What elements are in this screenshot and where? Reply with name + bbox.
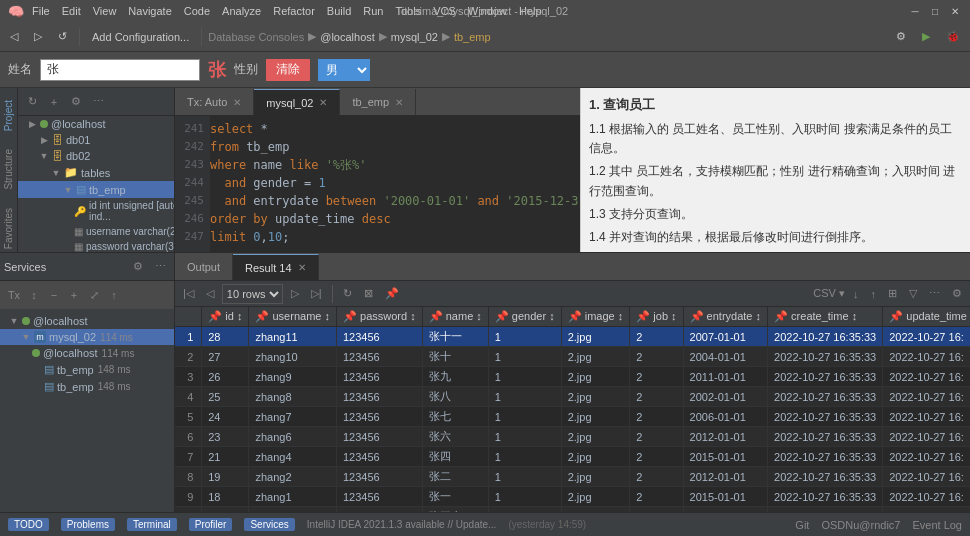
menu-analyze[interactable]: Analyze	[222, 5, 261, 17]
tab-mysql02[interactable]: mysql_02 ✕	[254, 89, 340, 115]
last-page-btn[interactable]: ▷|	[307, 284, 326, 304]
prev-page-btn[interactable]: ◁	[202, 284, 218, 304]
services-btn2[interactable]: ↕	[24, 285, 44, 305]
col-header-name[interactable]: 📌 name ↕	[422, 307, 488, 327]
code-area[interactable]: select * from tb_emp where name like '%张…	[210, 120, 580, 252]
menu-edit[interactable]: Edit	[62, 5, 81, 17]
table-row[interactable]: 9 18 zhang1 123456 张一 1 2.jpg 2 2015-01-…	[175, 487, 970, 507]
services-btn5[interactable]: ⤢	[84, 285, 104, 305]
tab-result14[interactable]: Result 14 ✕	[233, 254, 318, 280]
vtab-structure[interactable]: Structure	[1, 141, 16, 198]
tab-console-close[interactable]: ✕	[233, 97, 241, 108]
next-page-btn[interactable]: ▷	[287, 284, 303, 304]
services-more[interactable]: ⋯	[150, 257, 170, 277]
tree-tables[interactable]: ▼ 📁 tables	[18, 164, 174, 181]
service-tbemp1[interactable]: ▤ tb_emp 148 ms	[0, 361, 174, 378]
col-header-image[interactable]: 📌 image ↕	[561, 307, 630, 327]
col-header-password[interactable]: 📌 password ↕	[336, 307, 422, 327]
col-header-job[interactable]: 📌 job ↕	[630, 307, 683, 327]
col-header-id[interactable]: 📌 id ↕	[202, 307, 249, 327]
sidebar-more[interactable]: ⋯	[88, 92, 108, 112]
service-localhost2[interactable]: @localhost 114 ms	[0, 345, 174, 361]
menu-run[interactable]: Run	[363, 5, 383, 17]
col-username[interactable]: ▦ username varchar(20)	[18, 224, 174, 239]
menu-view[interactable]: View	[93, 5, 117, 17]
menu-refactor[interactable]: Refactor	[273, 5, 315, 17]
table-row[interactable]: 5 24 zhang7 123456 张七 1 2.jpg 2 2006-01-…	[175, 407, 970, 427]
settings-btn[interactable]: ⚙	[948, 284, 966, 304]
name-input[interactable]	[40, 59, 200, 81]
table-row[interactable]: 3 26 zhang9 123456 张九 1 2.jpg 2 2011-01-…	[175, 367, 970, 387]
minimize-button[interactable]: ─	[908, 4, 922, 18]
table-row[interactable]: 6 23 zhang6 123456 张六 1 2.jpg 2 2012-01-…	[175, 427, 970, 447]
maximize-button[interactable]: □	[928, 4, 942, 18]
tree-db01[interactable]: ▶ 🗄 db01	[18, 132, 174, 148]
cancel-btn[interactable]: ⊠	[360, 284, 377, 304]
problems-tag[interactable]: Problems	[61, 518, 115, 531]
services-btn1[interactable]: Tx	[4, 285, 24, 305]
event-log-label[interactable]: Event Log	[912, 519, 962, 531]
tab-console[interactable]: Tx: Auto ✕	[175, 89, 254, 115]
vtab-project[interactable]: Project	[1, 92, 16, 139]
reload-btn[interactable]: ↻	[339, 284, 356, 304]
tab-tbemp-close[interactable]: ✕	[395, 97, 403, 108]
table-row[interactable]: 4 25 zhang8 123456 张八 1 2.jpg 2 2002-01-…	[175, 387, 970, 407]
table-row[interactable]: 1 28 zhang11 123456 张十一 1 2.jpg 2 2007-0…	[175, 327, 970, 347]
settings-button[interactable]: ⚙	[890, 26, 912, 48]
service-mysql02[interactable]: ▼ m mysql_02 114 ms	[0, 329, 174, 345]
clear-button[interactable]: 清除	[266, 59, 310, 81]
service-tbemp2[interactable]: ▤ tb_emp 148 ms	[0, 378, 174, 395]
add-config-button[interactable]: Add Configuration...	[86, 26, 195, 48]
debug-button[interactable]: 🐞	[940, 26, 966, 48]
import-btn[interactable]: ↑	[867, 284, 881, 304]
col-header-createtime[interactable]: 📌 create_time ↕	[768, 307, 883, 327]
services-btn3[interactable]: −	[44, 285, 64, 305]
tab-output[interactable]: Output	[175, 254, 233, 280]
tree-db02[interactable]: ▼ 🗄 db02	[18, 148, 174, 164]
rows-per-page-select[interactable]: 10 rows 25 rows 50 rows	[222, 284, 283, 304]
services-btn6[interactable]: ↑	[104, 285, 124, 305]
filter-btn[interactable]: ▽	[905, 284, 921, 304]
forward-button[interactable]: ▷	[28, 26, 48, 48]
table-row[interactable]: 8 19 zhang2 123456 张二 1 2.jpg 2 2012-01-…	[175, 467, 970, 487]
menu-navigate[interactable]: Navigate	[128, 5, 171, 17]
table-row[interactable]: 2 27 zhang10 123456 张十 1 2.jpg 2 2004-01…	[175, 347, 970, 367]
service-localhost[interactable]: ▼ @localhost	[0, 313, 174, 329]
sidebar-settings[interactable]: ⚙	[66, 92, 86, 112]
tab-tbemp[interactable]: tb_emp ✕	[340, 89, 416, 115]
export-btn[interactable]: ↓	[849, 284, 863, 304]
menu-code[interactable]: Code	[184, 5, 210, 17]
first-page-btn[interactable]: |◁	[179, 284, 198, 304]
table-row[interactable]: 7 21 zhang4 123456 张四 1 2.jpg 2 2015-01-…	[175, 447, 970, 467]
profiler-tag[interactable]: Profiler	[189, 518, 233, 531]
tree-tb-emp[interactable]: ▼ ▤ tb_emp	[18, 181, 174, 198]
todo-tag[interactable]: TODO	[8, 518, 49, 531]
col-header-gender[interactable]: 📌 gender ↕	[488, 307, 561, 327]
compare-btn[interactable]: ⊞	[884, 284, 901, 304]
terminal-tag[interactable]: Terminal	[127, 518, 177, 531]
col-header-updatetime[interactable]: 📌 update_time	[883, 307, 970, 327]
sidebar-add[interactable]: +	[44, 92, 64, 112]
tab-result14-close[interactable]: ✕	[298, 262, 306, 273]
refresh-button[interactable]: ↺	[52, 26, 73, 48]
col-header-username[interactable]: 📌 username ↕	[249, 307, 337, 327]
vtab-favorites[interactable]: Favorites	[1, 200, 16, 252]
back-button[interactable]: ◁	[4, 26, 24, 48]
col-header-entrydate[interactable]: 📌 entrydate ↕	[683, 307, 767, 327]
git-label[interactable]: Git	[795, 519, 809, 531]
sidebar-refresh[interactable]: ↻	[22, 92, 42, 112]
col-id[interactable]: 🔑 id int unsigned [auto ind...	[18, 198, 174, 224]
gender-select[interactable]: 男 女 全部	[318, 59, 370, 81]
menu-file[interactable]: File	[32, 5, 50, 17]
col-password[interactable]: ▦ password varchar(32)	[18, 239, 174, 252]
menu-build[interactable]: Build	[327, 5, 351, 17]
close-button[interactable]: ✕	[948, 4, 962, 18]
services-settings[interactable]: ⚙	[128, 257, 148, 277]
csv-export[interactable]: CSV ▾	[813, 287, 845, 300]
services-btn4[interactable]: +	[64, 285, 84, 305]
pin-btn[interactable]: 📌	[381, 284, 403, 304]
services-tag[interactable]: Services	[244, 518, 294, 531]
tab-mysql02-close[interactable]: ✕	[319, 97, 327, 108]
more-btn[interactable]: ⋯	[925, 284, 944, 304]
run-button[interactable]: ▶	[916, 26, 936, 48]
